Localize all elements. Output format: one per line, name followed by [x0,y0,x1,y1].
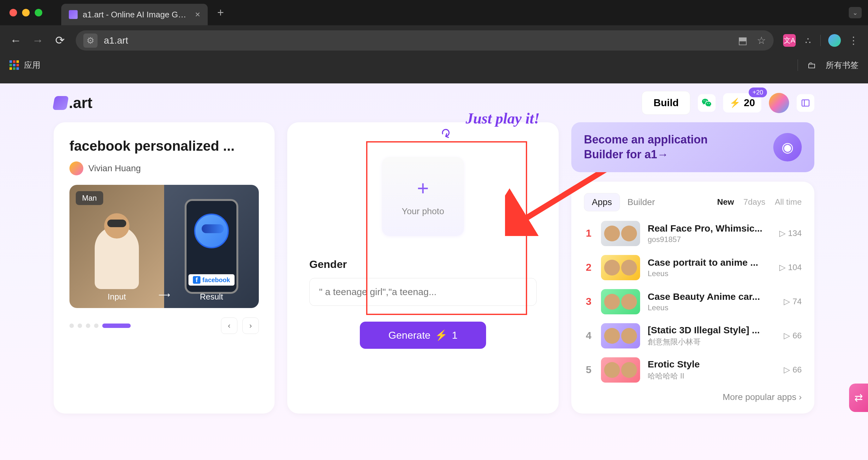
browser-chrome: a1.art - Online AI Image Gene × + ⌄ ← → … [0,0,868,83]
tab-bar: a1.art - Online AI Image Gene × + ⌄ [0,0,868,25]
close-tab-icon[interactable]: × [195,9,200,20]
app-runs: ▷104 [779,262,802,272]
preview-card: Man Input ⟶ ffacebook Result [69,185,259,308]
bookmark-star-icon[interactable]: ☆ [757,34,766,47]
curly-arrow-icon: ↺ [438,124,454,142]
carousel-dots [69,323,131,328]
close-window-button[interactable] [9,9,17,17]
app-runs: ▷74 [784,297,802,307]
gender-label: Gender [309,258,536,270]
browser-tab[interactable]: a1.art - Online AI Image Gene × [61,4,208,25]
play-icon: ▷ [784,297,790,307]
app-item[interactable]: 4 [Static 3D Illegal Style] ... 創意無限小林哥 … [584,323,802,348]
input-label: Input [107,292,126,302]
carousel-next-button[interactable]: › [242,317,259,334]
builder-banner[interactable]: Become an application Builder for a1→ ◉ [571,122,814,172]
app-item-title: Case portrait to anime ... [648,257,772,268]
filter-7days[interactable]: 7days [743,197,765,207]
tabs-dropdown-icon[interactable]: ⌄ [849,7,862,18]
app-runs: ▷66 [784,331,802,341]
bookmark-bar: 应用 🗀 所有书签 [0,56,868,75]
right-column: Become an application Builder for a1→ ◉ … [571,122,814,413]
carousel-nav: ‹ › [69,317,259,334]
plus-icon: + [417,177,429,200]
url-field[interactable]: ⚙ a1.art ⬒ ☆ [76,30,774,51]
app-item[interactable]: 5 Erotic Style 哈哈哈哈 II ▷66 [584,357,802,382]
extensions-icon[interactable]: ⛬ [803,35,813,46]
app-rank: 4 [584,330,593,342]
profile-avatar-icon[interactable] [828,34,841,47]
svg-rect-0 [802,100,809,106]
app-item-author: 創意無限小林哥 [648,337,776,347]
carousel-dot[interactable] [78,323,82,328]
carousel-dot-active[interactable] [102,323,131,328]
play-icon: ▷ [779,228,786,238]
app-thumbnail [601,357,640,382]
app-runs: ▷66 [784,365,802,375]
translate-extension-icon[interactable]: 文A [783,34,796,47]
site-info-icon[interactable]: ⚙ [83,33,97,48]
app-thumbnail [601,323,640,348]
maximize-window-button[interactable] [35,9,42,17]
app-thumbnail [601,255,640,280]
app-item-title: [Static 3D Illegal Style] ... [648,325,776,336]
banner-icon: ◉ [773,133,802,162]
all-bookmarks-label[interactable]: 所有书签 [826,60,859,71]
logo-mark-icon [52,96,69,110]
carousel-dot[interactable] [94,323,98,328]
logo-text: .art [69,94,92,112]
install-app-icon[interactable]: ⬒ [738,34,747,47]
site-logo[interactable]: .art [54,94,92,112]
app-item-author: Leeus [648,269,772,278]
carousel-prev-button[interactable]: ‹ [221,317,237,334]
apps-bookmark-label[interactable]: 应用 [24,60,40,71]
new-tab-button[interactable]: + [217,6,224,19]
gender-input[interactable] [309,278,536,306]
result-label: Result [200,292,223,302]
carousel-dot[interactable] [69,323,74,328]
generate-button[interactable]: Generate ⚡ 1 [360,322,486,349]
tab-builder[interactable]: Builder [620,193,662,211]
reload-button[interactable]: ⟳ [54,34,66,47]
tabs-row: Apps Builder New 7days All time [584,193,802,211]
side-widget-button[interactable]: ⇄ [849,383,868,412]
preview-badge: Man [76,191,103,205]
filter-new[interactable]: New [717,197,734,207]
more-apps-link[interactable]: More popular apps › [584,392,802,402]
app-item[interactable]: 2 Case portrait to anime ... Leeus ▷104 [584,255,802,280]
facebook-label: facebook [202,277,230,284]
play-icon: ▷ [779,262,786,272]
author-name: Vivian Huang [88,163,141,173]
app-rank: 3 [584,296,593,308]
generate-panel: Just play it! ↺ + Your photo Gender Gene… [287,122,559,413]
credits-button[interactable]: ⚡ 20 +20 [723,93,761,113]
browser-menu-icon[interactable]: ⋮ [848,34,859,47]
app-item-author: Leeus [648,303,776,312]
tab-title: a1.art - Online AI Image Gene [83,10,190,20]
carousel-dot[interactable] [86,323,90,328]
bolt-icon: ⚡ [730,97,741,108]
address-bar: ← → ⟳ ⚙ a1.art ⬒ ☆ 文A ⛬ ⋮ [0,25,868,56]
forward-button[interactable]: → [32,34,44,47]
app-thumbnail [601,289,640,314]
minimize-window-button[interactable] [22,9,30,17]
apps-grid-icon[interactable] [9,60,19,70]
sidebar-toggle-icon[interactable] [797,94,814,112]
app-item-title: Erotic Style [648,359,776,370]
back-button[interactable]: ← [9,34,22,47]
play-icon: ▷ [784,365,790,375]
tab-apps[interactable]: Apps [584,193,620,211]
tab-favicon [69,10,78,19]
app-item[interactable]: 3 Case Beauty Anime car... Leeus ▷74 [584,289,802,314]
arrow-right-icon: ⟶ [158,290,170,300]
app-rank: 5 [584,364,593,376]
filter-alltime[interactable]: All time [775,197,802,207]
author-row[interactable]: Vivian Huang [69,162,259,175]
user-avatar[interactable] [769,93,789,113]
app-item[interactable]: 1 Real Face Pro, Whimsic... gos91857 ▷13… [584,221,802,246]
build-button[interactable]: Build [642,91,690,115]
upload-photo-button[interactable]: + Your photo [382,157,464,236]
wechat-icon[interactable] [698,94,716,112]
app-item-title: Real Face Pro, Whimsic... [648,223,772,234]
upload-label: Your photo [402,206,444,217]
